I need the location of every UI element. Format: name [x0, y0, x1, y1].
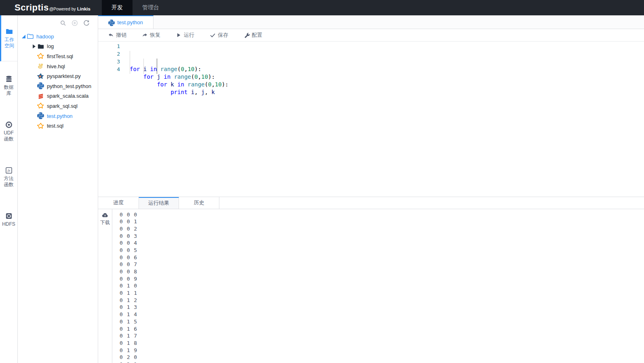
- python-icon: [37, 82, 44, 90]
- result-row: 0 1 6: [120, 326, 644, 333]
- line-number: 4: [98, 65, 120, 73]
- tree-item-label: spark_sql.sql: [47, 103, 78, 109]
- caret-spacer: [32, 54, 36, 59]
- result-row: 0 1 8: [120, 340, 644, 347]
- sql-star-icon: [37, 122, 44, 130]
- result-row: 0 2 1: [120, 361, 644, 363]
- code-line: for k in range(0,10):: [130, 81, 229, 88]
- tree-toolbar-refresh-icon[interactable]: [83, 20, 90, 26]
- result-row: 0 2 0: [120, 354, 644, 361]
- tree-item-label: test.sql: [47, 123, 63, 129]
- result-row: 0 0 6: [120, 254, 644, 262]
- activity-item-label: 方法函数: [2, 176, 16, 188]
- tree-item-hive.hql[interactable]: hive.hql: [18, 61, 98, 71]
- database-icon: [5, 75, 13, 83]
- navbar: Scriptis @Powered by Linkis 开发管理台: [0, 0, 644, 15]
- line-number: 1: [98, 42, 120, 50]
- toolbar-button-label: 运行: [184, 31, 194, 39]
- result-row: 0 0 9: [120, 276, 644, 283]
- nav-tab-dev[interactable]: 开发: [102, 0, 133, 15]
- redo-icon: [142, 32, 148, 38]
- activity-bar: 工作空间数据库UDF函数fx方法函数HDFS: [0, 15, 18, 363]
- result-row: 0 0 3: [120, 233, 644, 240]
- tree-toolbar-search-icon[interactable]: [60, 20, 66, 26]
- activity-item-数据库[interactable]: 数据库: [0, 75, 17, 97]
- nav-tab-console[interactable]: 管理台: [133, 0, 169, 15]
- caret-spacer: [32, 103, 36, 108]
- result-row: 0 0 1: [120, 218, 644, 226]
- run-icon: [176, 32, 182, 38]
- toolbar-button-undo[interactable]: 撤销: [108, 31, 126, 39]
- tree-item-label: firstTest.sql: [47, 53, 73, 59]
- tree-item-pysparktest.py[interactable]: pysparktest.py: [18, 71, 98, 81]
- tree-item-firstTest.sql[interactable]: firstTest.sql: [18, 51, 98, 61]
- results-output[interactable]: 0 0 00 0 10 0 20 0 30 0 40 0 50 0 60 0 7…: [112, 209, 644, 363]
- toolbar-button-save[interactable]: 保存: [210, 31, 228, 39]
- scala-icon: [37, 92, 44, 100]
- tree-item-label: test.python: [47, 113, 73, 119]
- result-row: 0 0 5: [120, 247, 644, 254]
- result-row: 0 0 7: [120, 261, 644, 269]
- result-row: 0 0 2: [120, 226, 644, 233]
- config-icon: [244, 32, 250, 38]
- result-row: 0 1 9: [120, 347, 644, 355]
- editor-tab-test-python[interactable]: test.python: [98, 15, 154, 29]
- toolbar-button-label: 配置: [252, 31, 262, 39]
- caret-spacer: [32, 94, 36, 99]
- undo-icon: [108, 32, 114, 38]
- activity-item-工作空间[interactable]: 工作空间: [0, 15, 17, 61]
- hdfs-disk-icon: [5, 212, 13, 220]
- code-editor[interactable]: 1234 for i in range(0,10): for j in rang…: [98, 42, 644, 197]
- tree-item-log[interactable]: log: [18, 42, 98, 52]
- editor-toolbar: 撤销恢复运行保存配置: [98, 29, 644, 42]
- caret-spacer: [32, 74, 36, 79]
- bottom-tab-历史[interactable]: 历史: [179, 197, 219, 209]
- tree-toolbar-add-icon[interactable]: [72, 20, 78, 26]
- activity-item-HDFS[interactable]: HDFS: [0, 212, 17, 227]
- logo-suffix: @Powered by Linkis: [49, 6, 90, 11]
- folder-open-icon: [27, 33, 34, 40]
- activity-item-label: 数据库: [2, 84, 16, 97]
- toolbar-button-label: 恢复: [150, 31, 160, 39]
- file-tree-panel: hadooplogfirstTest.sqlhive.hqlpysparktes…: [18, 15, 98, 363]
- results-panel: 下载 0 0 00 0 10 0 20 0 30 0 40 0 50 0 60 …: [98, 209, 644, 363]
- tree-item-label: pysparktest.py: [47, 73, 81, 79]
- result-row: 0 0 4: [120, 240, 644, 247]
- bottom-panel-tabs: 进度运行结果历史: [98, 197, 644, 209]
- search-icon: [60, 20, 66, 26]
- toolbar-button-redo[interactable]: 恢复: [142, 31, 160, 39]
- tree-item-label: hive.hql: [47, 63, 65, 69]
- toolbar-button-config[interactable]: 配置: [244, 31, 262, 39]
- bottom-tab-进度[interactable]: 进度: [98, 197, 139, 209]
- tree-item-python_test.python[interactable]: python_test.python: [18, 81, 98, 91]
- tree-item-spark_sql.sql[interactable]: spark_sql.sql: [18, 101, 98, 111]
- tree-item-test.python[interactable]: test.python: [18, 111, 98, 121]
- sql-star-icon: [37, 52, 44, 60]
- download-cloud-icon: [101, 212, 109, 218]
- download-button[interactable]: 下载: [100, 212, 110, 226]
- result-row: 0 1 4: [120, 311, 644, 319]
- toolbar-button-run[interactable]: 运行: [176, 31, 194, 39]
- tree-item-label: log: [47, 43, 54, 49]
- tree-item-hadoop[interactable]: hadoop: [18, 31, 98, 42]
- result-row: 0 1 0: [120, 283, 644, 290]
- bottom-tab-运行结果[interactable]: 运行结果: [139, 197, 179, 209]
- tree-item-label: hadoop: [36, 34, 54, 40]
- folder-icon: [37, 43, 44, 50]
- activity-item-UDF函数[interactable]: UDF函数: [0, 121, 17, 142]
- tree-item-spark_scala.scala[interactable]: spark_scala.scala: [18, 91, 98, 101]
- file-tree: hadooplogfirstTest.sqlhive.hqlpysparktes…: [18, 31, 98, 131]
- tree-item-test.sql[interactable]: test.sql: [18, 121, 98, 131]
- code-line: print i, j, k: [130, 88, 229, 96]
- logo-brand: Linkis: [77, 6, 90, 11]
- activity-item-方法函数[interactable]: fx方法函数: [0, 166, 17, 188]
- activity-item-label: 工作空间: [2, 37, 16, 49]
- save-icon: [210, 32, 216, 38]
- hive-bee-icon: [37, 63, 44, 70]
- code-content: for i in range(0,10): for j in range(0,1…: [130, 42, 229, 197]
- line-number: 3: [98, 58, 120, 65]
- result-row: 0 1 5: [120, 319, 644, 326]
- sql-star-icon: [37, 102, 44, 109]
- toolbar-button-label: 保存: [218, 31, 228, 39]
- svg-text:fx: fx: [7, 168, 10, 172]
